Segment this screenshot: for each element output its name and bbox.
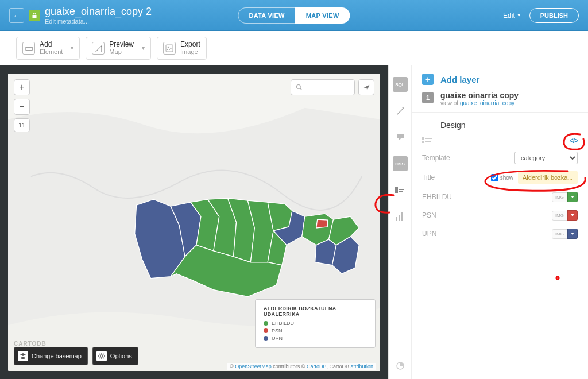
back-button[interactable]: ← [9, 8, 24, 23]
svg-rect-5 [395, 187, 398, 193]
add-label: Add [40, 41, 63, 48]
image-icon [165, 44, 173, 52]
cartodb-link[interactable]: CartoDB [307, 363, 327, 369]
rail-options-icon[interactable] [393, 358, 408, 373]
title-row: Title show Alderdirik bozka... [422, 171, 578, 184]
export-icon [163, 42, 176, 55]
swatch-icon [264, 328, 268, 333]
caret-down-icon: ▾ [142, 45, 145, 51]
layer-source-link[interactable]: guaixe_oinarria_copy [460, 100, 514, 106]
zoom-in-button[interactable]: + [14, 79, 30, 95]
title-label: Title [422, 173, 435, 181]
img-button[interactable]: IMG [552, 192, 567, 202]
edit-menu[interactable]: Edit ▼ [503, 11, 521, 20]
add-element-icon: ▭ [22, 42, 35, 55]
lock-icon [29, 10, 40, 21]
edit-label: Edit [503, 11, 515, 20]
plus-icon: + [422, 74, 434, 85]
change-basemap-button[interactable]: Change basemap [14, 347, 88, 365]
caret-down-icon: ▼ [517, 13, 521, 18]
svg-rect-9 [399, 215, 400, 221]
swatch-icon [264, 336, 268, 341]
legend-row: PSN [264, 328, 367, 334]
map-container: + − 11 ALDERDIRIK BOZKATUENA UDALERRIKA … [0, 65, 388, 379]
color-control[interactable]: IMG [552, 210, 578, 221]
attribution-link[interactable]: attribution [350, 363, 373, 369]
preview-icon: ◿ [92, 42, 105, 55]
layer-row[interactable]: 1 guaixe oinarria copy view of guaixe_oi… [422, 91, 578, 106]
map-legend: ALDERDIRIK BOZKATUENA UDALERRIKA EHBILDU… [255, 299, 376, 348]
svg-point-1 [168, 46, 169, 48]
rail-filters-icon[interactable] [393, 209, 408, 224]
secondary-toolbar: ▭ AddElement ▾ ◿ PreviewMap ▾ ExportImag… [0, 31, 588, 65]
color-control[interactable]: IMG [552, 192, 578, 202]
color-swatch[interactable] [567, 229, 578, 239]
svg-rect-8 [396, 217, 397, 221]
show-title-checkbox[interactable]: show [491, 174, 513, 181]
template-label: Template [422, 154, 450, 162]
svg-rect-14 [422, 141, 424, 143]
rail-legend-icon[interactable] [393, 183, 408, 198]
layer-number: 1 [422, 92, 434, 103]
svg-rect-15 [425, 141, 431, 142]
add-layer-label: Add layer [440, 75, 479, 84]
category-label: UPN [422, 230, 436, 238]
template-row: Template category [422, 152, 578, 164]
osm-link[interactable]: OpenStreetMap [235, 363, 272, 369]
template-select[interactable]: category [514, 152, 578, 164]
top-header: ← guaixe_oinarria_copy 2 Edit metadata..… [0, 0, 588, 31]
export-image-button[interactable]: ExportImage [157, 37, 207, 60]
swatch-icon [264, 321, 268, 326]
annotation-dot [555, 272, 560, 283]
svg-point-3 [297, 85, 301, 89]
rail-sql-icon[interactable]: SQL [393, 77, 408, 92]
svg-rect-13 [425, 138, 432, 139]
preview-label: Preview [109, 41, 134, 48]
legend-design-icon [422, 137, 432, 145]
category-label: PSN [422, 211, 436, 219]
color-swatch[interactable] [567, 210, 578, 221]
export-label: Export [180, 41, 200, 48]
legend-row: UPN [264, 335, 367, 341]
publish-button[interactable]: PUBLISH [529, 8, 579, 23]
legend-row: EHBILDU [264, 320, 367, 326]
svg-rect-12 [422, 137, 424, 140]
edit-metadata-link[interactable]: Edit metadata... [45, 18, 152, 25]
zoom-out-button[interactable]: − [14, 99, 30, 115]
img-button[interactable]: IMG [552, 229, 567, 239]
locate-button[interactable] [358, 79, 374, 95]
svg-rect-7 [399, 191, 403, 192]
show-checkbox[interactable] [491, 174, 498, 181]
svg-rect-10 [401, 212, 403, 221]
map-view-tab[interactable]: MAP VIEW [295, 7, 350, 24]
show-label: show [500, 175, 513, 181]
code-toggle[interactable]: </> [570, 137, 578, 145]
data-view-tab[interactable]: DATA VIEW [238, 7, 295, 24]
add-element-button[interactable]: ▭ AddElement ▾ [16, 37, 80, 60]
legend-label: EHBILDU [272, 320, 294, 326]
add-layer-button[interactable]: + Add layer [422, 74, 578, 85]
title-input[interactable]: Alderdirik bozka... [518, 171, 578, 184]
page-title[interactable]: guaixe_oinarria_copy 2 [45, 6, 152, 18]
options-button[interactable]: Options [92, 347, 138, 365]
map-canvas[interactable]: + − 11 ALDERDIRIK BOZKATUENA UDALERRIKA … [8, 74, 380, 371]
rail-infowindow-icon[interactable] [393, 130, 408, 145]
preview-map-button[interactable]: ◿ PreviewMap ▾ [86, 37, 151, 60]
view-toggle: DATA VIEW MAP VIEW [238, 7, 350, 24]
map-search [291, 79, 374, 95]
side-rail: SQL CSS [388, 65, 411, 379]
map-attribution: © OpenStreetMap contributors © CartoDB, … [227, 363, 376, 370]
rail-css-icon[interactable]: CSS [393, 156, 408, 171]
search-input[interactable] [306, 84, 346, 91]
search-box[interactable] [291, 79, 355, 95]
color-swatch[interactable] [567, 192, 578, 202]
rail-wizard-icon[interactable] [393, 103, 408, 118]
export-sub: Image [180, 48, 200, 55]
color-control[interactable]: IMG [552, 229, 578, 239]
cartodb-logo: CARTODB [14, 341, 47, 347]
map-footer-buttons: Change basemap Options [14, 347, 138, 365]
category-row: UPN IMG [422, 229, 578, 239]
arrow-icon [363, 84, 370, 91]
img-button[interactable]: IMG [552, 211, 567, 221]
caret-down-icon: ▾ [71, 45, 74, 51]
